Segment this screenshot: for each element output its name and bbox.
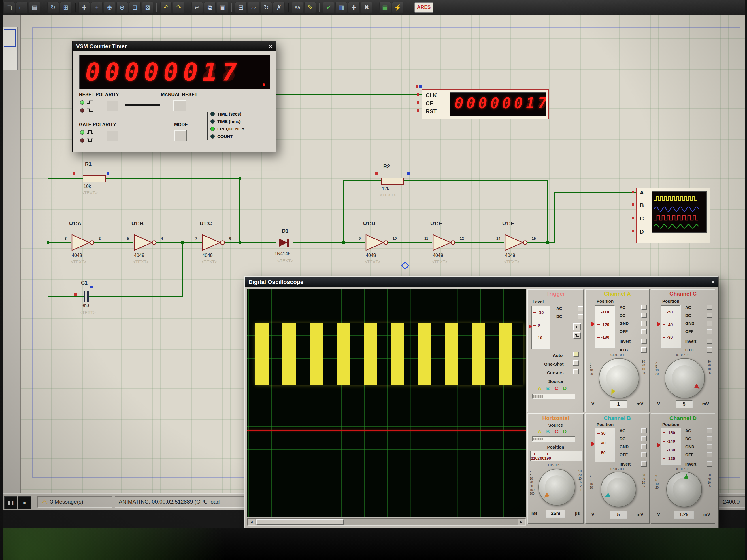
wire-segment[interactable] (239, 178, 240, 243)
timebase-scrollbar[interactable]: ◄ ► (247, 518, 526, 526)
block-move-icon[interactable]: ▱ (248, 2, 259, 13)
channel-c-gain-knob[interactable] (665, 358, 705, 398)
coupling-button[interactable] (707, 313, 713, 318)
netlist-to-ares-icon[interactable]: ARES (414, 2, 433, 13)
inverter-u1b[interactable] (133, 233, 158, 252)
new-design-icon[interactable]: ▢ (3, 2, 15, 13)
capacitor-c1[interactable] (83, 291, 85, 302)
channel-a-position-display[interactable]: -110-120-130 (595, 305, 615, 348)
horizontal-source-slider[interactable] (532, 436, 575, 442)
reset-polarity-button[interactable] (107, 101, 118, 111)
electrical-rule-check-icon[interactable]: ⚡ (392, 2, 404, 13)
source-channel[interactable]: B (546, 429, 549, 435)
pause-simulation-button[interactable]: ❚❚ (4, 496, 17, 509)
counter-display-part[interactable]: CLK CE RST 88888888 00000017 (422, 89, 549, 119)
horizontal-position-display[interactable]: 210200190 (530, 451, 582, 461)
coupling-button[interactable] (641, 305, 647, 310)
channel-b-position-display[interactable]: 304050 (595, 428, 615, 462)
property-wand-icon[interactable]: ✎ (304, 2, 316, 13)
close-icon[interactable]: × (711, 279, 715, 286)
trigger-rising-edge-button[interactable] (573, 323, 581, 330)
block-copy-icon[interactable]: ⊟ (235, 2, 247, 13)
channel-a-position-pointer[interactable] (591, 322, 595, 326)
sum-button[interactable] (641, 347, 647, 353)
undo-icon[interactable]: ↶ (160, 2, 172, 13)
block-delete-icon[interactable]: ✗ (273, 2, 285, 13)
invert-button[interactable] (707, 461, 713, 466)
scroll-right-icon[interactable]: ► (518, 518, 525, 526)
resistor-r1[interactable] (83, 176, 106, 182)
channel-c-position-pointer[interactable] (657, 322, 661, 326)
close-icon[interactable]: × (269, 43, 272, 50)
coupling-button[interactable] (707, 329, 713, 334)
source-channel[interactable]: C (555, 386, 558, 392)
trigger-level-pointer[interactable] (529, 324, 532, 329)
design-explorer-icon[interactable]: ▥ (335, 2, 347, 13)
auto-button[interactable] (573, 352, 579, 357)
paste-icon[interactable]: ▣ (217, 2, 228, 13)
inverter-u1c[interactable] (202, 233, 227, 252)
one-shot-button[interactable] (573, 361, 579, 366)
wire-segment[interactable] (87, 296, 182, 297)
resistor-r2[interactable] (381, 178, 404, 185)
inverter-u1a[interactable] (71, 233, 96, 252)
coupling-button[interactable] (707, 428, 713, 433)
origin-icon[interactable]: ✚ (78, 2, 90, 13)
mode-button[interactable] (174, 130, 187, 141)
remove-sheet-icon[interactable]: ✖ (361, 2, 372, 13)
vsm-timer-titlebar[interactable]: VSM Counter Timer × (73, 42, 276, 51)
inverter-u1d[interactable] (365, 233, 390, 252)
wire-segment[interactable] (156, 242, 202, 243)
timebase-knob[interactable] (538, 469, 575, 506)
copy-icon[interactable]: ⧉ (204, 2, 215, 13)
zoom-all-icon[interactable]: ⊠ (142, 2, 153, 13)
channel-b-position-pointer[interactable] (591, 442, 595, 446)
refresh-display-icon[interactable]: ↻ (47, 2, 59, 13)
cursor-icon[interactable]: + (91, 2, 103, 13)
source-channel[interactable]: A (538, 429, 541, 435)
wire-segment[interactable] (275, 94, 422, 95)
wire-segment[interactable] (547, 180, 548, 243)
wire-segment[interactable] (388, 242, 432, 243)
cut-icon[interactable]: ✂ (191, 2, 203, 13)
coupling-button[interactable] (641, 444, 647, 449)
oscilloscope-part[interactable]: A B C D (636, 188, 710, 243)
inverter-u1e[interactable] (432, 233, 457, 252)
wire-segment[interactable] (225, 242, 276, 243)
channel-d-gain-knob[interactable] (666, 472, 702, 507)
coupling-button[interactable] (707, 436, 713, 441)
source-channel[interactable]: A (538, 386, 541, 392)
coupling-button[interactable] (641, 428, 647, 433)
wire-segment[interactable] (48, 242, 71, 243)
diode-d1[interactable] (276, 237, 294, 248)
channel-b-gain-knob[interactable] (600, 472, 636, 507)
gate-polarity-button[interactable] (107, 131, 118, 141)
wire-segment[interactable] (94, 242, 133, 243)
coupling-button[interactable] (707, 321, 713, 326)
scrollbar-thumb[interactable] (257, 519, 343, 525)
save-design-icon[interactable]: ▤ (29, 2, 40, 13)
capacitor-c1[interactable] (87, 291, 89, 302)
cursors-button[interactable] (573, 369, 579, 374)
overview-minimap[interactable] (2, 27, 18, 70)
invert-button[interactable] (641, 461, 647, 466)
inverter-u1f[interactable] (504, 233, 529, 252)
wire-segment[interactable] (343, 180, 547, 181)
wire-segment[interactable] (554, 192, 555, 243)
wire-segment[interactable] (555, 192, 637, 193)
redo-icon[interactable]: ↷ (173, 2, 184, 13)
channel-a-gain-knob[interactable] (599, 358, 639, 398)
zoom-in-icon[interactable]: ⊕ (104, 2, 115, 13)
new-sheet-icon[interactable]: ✚ (348, 2, 360, 13)
coupling-button[interactable] (641, 313, 647, 318)
invert-button[interactable] (707, 339, 713, 344)
coupling-button[interactable] (641, 436, 647, 441)
invert-button[interactable] (641, 339, 647, 344)
wire-segment[interactable] (293, 242, 365, 243)
trigger-falling-edge-button[interactable] (573, 332, 581, 339)
wire-segment[interactable] (455, 242, 504, 243)
trigger-ac-button[interactable] (577, 306, 583, 311)
trigger-level-display[interactable]: -10010 (532, 305, 550, 349)
coupling-button[interactable] (641, 452, 647, 457)
wire-segment[interactable] (343, 180, 344, 243)
